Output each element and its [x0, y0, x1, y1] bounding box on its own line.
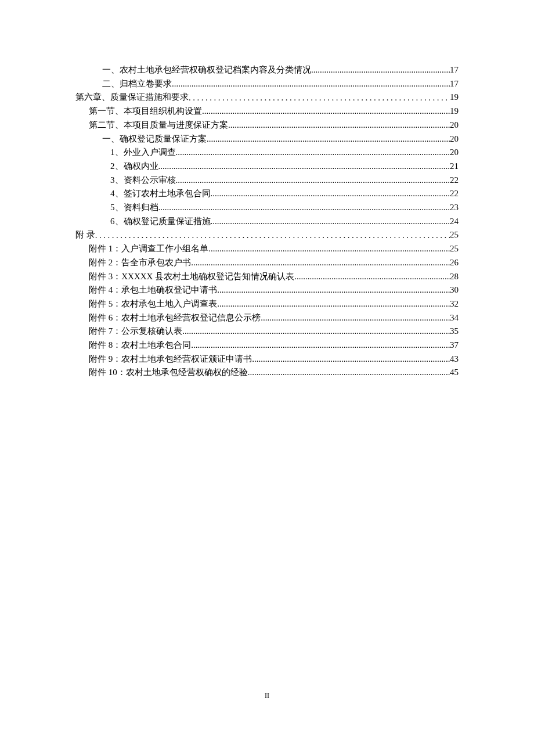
- toc-label: 附件 6：农村土地承包经营权登记信息公示榜: [89, 311, 261, 325]
- toc-label: 5、资料归档: [110, 201, 158, 215]
- toc-leader-dots: ........................................…: [189, 91, 450, 105]
- toc-indent: [75, 366, 89, 380]
- toc-page-number: 21: [450, 160, 459, 174]
- toc-page-number: 24: [450, 215, 459, 229]
- toc-entry: 3、资料公示审核 ...............................…: [75, 174, 459, 188]
- toc-leader-dots: ........................................…: [191, 256, 450, 270]
- toc-leader-dots: ........................................…: [172, 77, 450, 91]
- toc-entry: 第二节、本项目质量与进度保证方案........................…: [75, 118, 459, 132]
- toc-leader-dots: ........................................…: [294, 270, 450, 284]
- toc-leader-dots: ........................................…: [207, 132, 450, 146]
- toc-entry: 2、确权内业 .................................…: [75, 160, 459, 174]
- toc-leader-dots: ........................................…: [176, 146, 450, 160]
- toc-indent: [75, 174, 110, 188]
- toc-label: 附件 4：承包土地确权登记申请书: [89, 283, 217, 297]
- toc-entry: 附件 6：农村土地承包经营权登记信息公示榜...................…: [75, 311, 459, 325]
- toc-indent: [75, 256, 89, 270]
- toc-label: 4、签订农村土地承包合同: [110, 187, 211, 201]
- toc-page-number: 25: [450, 242, 459, 256]
- toc-page-number: 45: [450, 366, 459, 380]
- toc-page-number: 19: [450, 105, 459, 118]
- toc-indent: [75, 187, 110, 201]
- toc-page-number: 26: [450, 256, 459, 270]
- toc-page-number: 17: [450, 77, 459, 91]
- toc-leader-dots: ........................................…: [248, 366, 450, 380]
- toc-label: 附件 1：入户调查工作小组名单: [89, 242, 208, 256]
- toc-label: 附件 10：农村土地承包经营权确权的经验: [89, 366, 248, 380]
- toc-leader-dots: ........................................…: [176, 174, 450, 188]
- toc-indent: [75, 270, 89, 284]
- toc-indent: [75, 352, 89, 366]
- toc-entry: 附件 2：告全市承包农户书 ..........................…: [75, 256, 459, 270]
- toc-leader-dots: ........................................…: [261, 311, 450, 325]
- toc-leader-dots: ........................................…: [311, 63, 450, 77]
- toc-page-number: 35: [450, 325, 459, 339]
- toc-page-number: 37: [450, 339, 459, 352]
- toc-entry: 一、农村土地承包经营权确权登记档案内容及分类情况................…: [75, 63, 459, 77]
- toc-entry: 一、确权登记质量保证方案............................…: [75, 132, 459, 146]
- toc-entry: 附件 1：入户调查工作小组名单.........................…: [75, 242, 459, 256]
- toc-label: 附件 5：农村承包土地入户调查表: [89, 297, 217, 311]
- toc-leader-dots: ........................................…: [202, 105, 450, 118]
- toc-entry: 附件 4：承包土地确权登记申请书........................…: [75, 283, 459, 297]
- toc-label: 第一节、本项目组织机构设置: [89, 105, 202, 118]
- toc-indent: [75, 105, 89, 118]
- toc-page-number: 20: [450, 146, 459, 160]
- toc-label: 1、外业入户调查: [110, 146, 176, 160]
- page-number: II: [0, 692, 534, 700]
- toc-indent: [75, 297, 89, 311]
- toc-label: 第六章、质量保证措施和要求: [75, 91, 189, 105]
- toc-leader-dots: ........................................…: [191, 339, 450, 352]
- toc-entry: 附件 5：农村承包土地入户调查表........................…: [75, 297, 459, 311]
- toc-label: 附件 2：告全市承包农户书: [89, 256, 191, 270]
- toc-indent: [75, 201, 110, 215]
- toc-label: 附件 7：公示复核确认表: [89, 325, 182, 339]
- toc-leader-dots: ........................................…: [208, 242, 450, 256]
- toc-indent: [75, 283, 89, 297]
- toc-entry: 附件 7：公示复核确认表 ...........................…: [75, 325, 459, 339]
- toc-indent: [75, 339, 89, 352]
- toc-page-number: 23: [450, 201, 459, 215]
- toc-page-number: 25: [450, 228, 459, 242]
- toc-leader-dots: ........................................…: [95, 229, 450, 243]
- toc-label: 附件 3：XXXXX 县农村土地确权登记告知情况确认表: [89, 270, 294, 284]
- toc-label: 第二节、本项目质量与进度保证方案: [89, 118, 228, 132]
- toc-leader-dots: ........................................…: [211, 215, 450, 229]
- toc-label: 附件 8：农村土地承包合同: [89, 339, 191, 352]
- toc-indent: [75, 146, 110, 160]
- toc-indent: [75, 325, 89, 339]
- toc-indent: [75, 118, 89, 132]
- toc-page-number: 22: [450, 174, 459, 188]
- toc-entry: 1、外业入户调查 ...............................…: [75, 146, 459, 160]
- toc-entry: 二、归档立卷要求 ...............................…: [75, 77, 459, 91]
- toc-leader-dots: ........................................…: [252, 352, 450, 366]
- toc-page-number: 19: [450, 91, 459, 105]
- toc-leader-dots: ........................................…: [158, 160, 450, 174]
- toc-indent: [75, 215, 110, 229]
- toc-leader-dots: ........................................…: [211, 187, 450, 201]
- toc-entry: 附 录.....................................…: [75, 228, 459, 242]
- toc-leader-dots: ........................................…: [217, 297, 450, 311]
- toc-entry: 4、签订农村土地承包合同............................…: [75, 187, 459, 201]
- toc-page-number: 28: [450, 270, 459, 284]
- toc-label: 3、资料公示审核: [110, 174, 176, 188]
- toc-indent: [75, 160, 110, 174]
- toc-indent: [75, 132, 102, 146]
- toc-indent: [75, 242, 89, 256]
- toc-entry: 附件 9：农村土地承包经营权证颁证申请书....................…: [75, 352, 459, 366]
- toc-page-number: 17: [450, 63, 459, 77]
- toc-entry: 附件 8：农村土地承包合同 ..........................…: [75, 339, 459, 352]
- toc-label: 二、归档立卷要求: [102, 77, 172, 91]
- toc-label: 6、确权登记质量保证措施: [110, 215, 211, 229]
- toc-entry: 附件 10：农村土地承包经营权确权的经验....................…: [75, 366, 459, 380]
- toc-page-number: 22: [450, 187, 459, 201]
- toc-page-number: 20: [450, 132, 459, 146]
- toc-entry: 附件 3：XXXXX 县农村土地确权登记告知情况确认表 ............…: [75, 270, 459, 284]
- toc-page-number: 43: [450, 352, 459, 366]
- toc-label: 一、确权登记质量保证方案: [102, 132, 207, 146]
- toc-page-number: 30: [450, 283, 459, 297]
- toc-label: 2、确权内业: [110, 160, 158, 174]
- toc-indent: [75, 311, 89, 325]
- toc-page-number: 32: [450, 297, 459, 311]
- toc-entry: 第六章、质量保证措施和要求...........................…: [75, 91, 459, 105]
